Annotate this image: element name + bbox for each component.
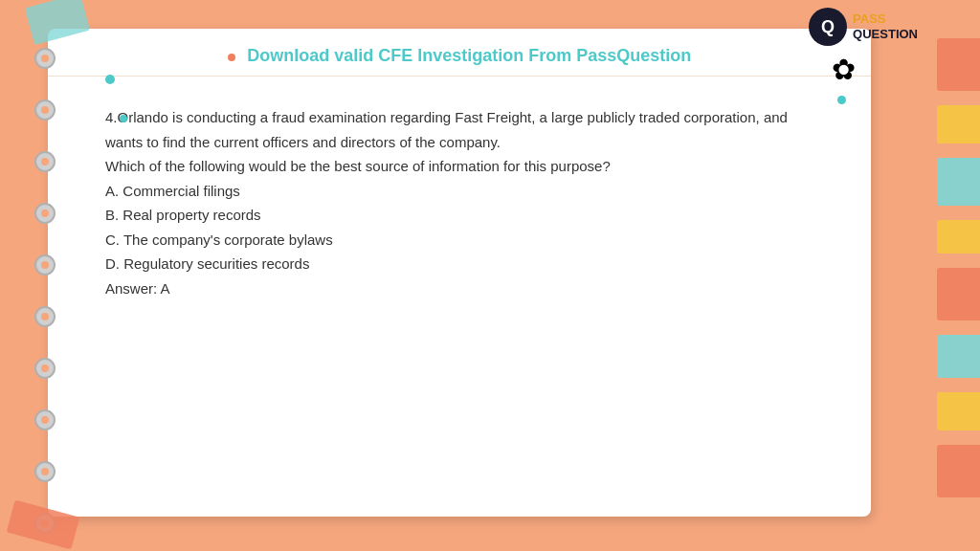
spiral-1 <box>34 48 56 69</box>
answer-label: Answer: <box>105 280 157 297</box>
spirals <box>34 48 56 551</box>
spiral-9 <box>34 461 56 482</box>
dot-1 <box>105 75 115 84</box>
spiral-3 <box>34 151 56 172</box>
notebook-header: Download valid CFE Investigation From Pa… <box>48 29 871 77</box>
option-b: B. Real property records <box>105 203 823 228</box>
question-line: Which of the following would be the best… <box>105 154 823 179</box>
logo-letter: Q <box>821 17 835 37</box>
option-a-text: Commercial filings <box>122 183 240 199</box>
question-text: 4.Orlando is conducting a fraud examinat… <box>105 105 823 154</box>
answer-line: Answer: A <box>105 276 823 301</box>
spiral-7 <box>34 358 56 379</box>
notebook-content: 4.Orlando is conducting a fraud examinat… <box>48 77 871 329</box>
logo-text: PASS QUESTION <box>853 11 918 41</box>
spiral-5 <box>34 254 56 276</box>
dot-2 <box>120 115 127 122</box>
option-d: D. Regulatory securities records <box>105 252 823 276</box>
spiral-8 <box>34 409 56 430</box>
question-body: Orlando is conducting a fraud examinatio… <box>105 109 788 150</box>
option-a: A. Commercial filings <box>105 179 823 204</box>
option-c: C. The company's corporate bylaws <box>105 228 823 253</box>
option-b-text: Real property records <box>122 207 260 223</box>
logo-line2: QUESTION <box>853 27 918 42</box>
logo: Q PASS QUESTION <box>809 8 918 46</box>
notebook: Download valid CFE Investigation From Pa… <box>48 29 871 517</box>
spiral-2 <box>34 99 56 121</box>
option-d-text: Regulatory securities records <box>123 255 309 272</box>
sunflower-decoration: ✿ <box>832 53 856 86</box>
answer-value: A <box>161 280 170 297</box>
spiral-4 <box>34 203 56 224</box>
logo-line1: PASS <box>853 11 918 27</box>
dot-3 <box>837 96 846 104</box>
header-title: Download valid CFE Investigation From Pa… <box>247 46 691 65</box>
logo-icon: Q <box>809 8 847 46</box>
question-number: 4 <box>105 109 113 125</box>
bullet-dot-header <box>228 54 235 61</box>
option-c-text: The company's corporate bylaws <box>123 231 333 248</box>
spiral-6 <box>34 306 56 327</box>
